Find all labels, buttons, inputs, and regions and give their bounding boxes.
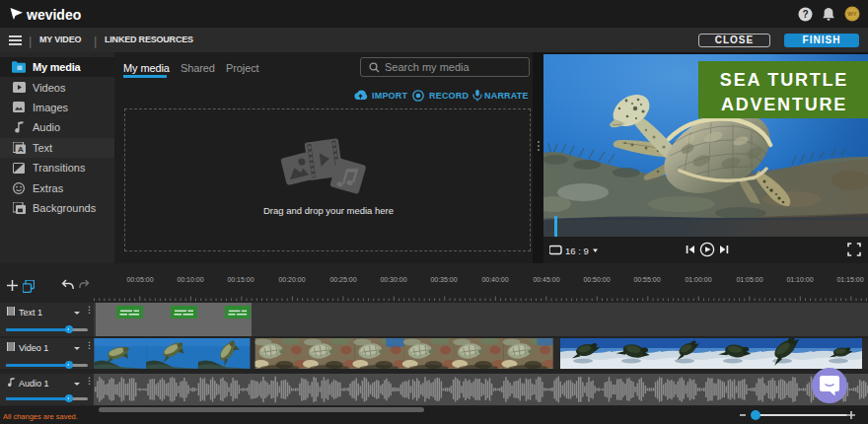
svg-text:wevideo: wevideo [26,7,81,23]
svg-text:SEA TURTLE: SEA TURTLE [720,70,848,90]
svg-text:A: A [17,145,23,154]
svg-text:ADVENTURE: ADVENTURE [721,95,847,114]
svg-text:?: ? [802,9,808,20]
svg-text:16 : 9: 16 : 9 [565,246,589,256]
svg-text:WY: WY [847,11,856,17]
